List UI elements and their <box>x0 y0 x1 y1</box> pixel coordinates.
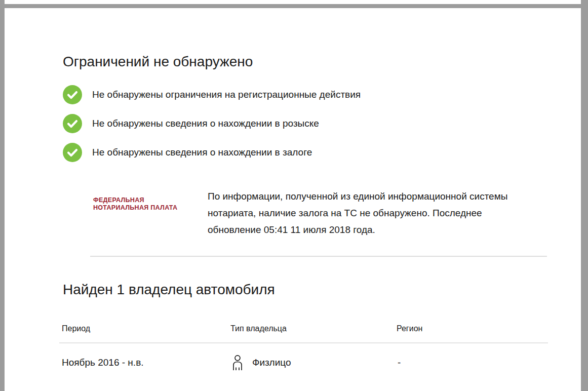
notary-info-text: По информации, полученной из единой инфо… <box>208 188 532 238</box>
window-frame-top <box>5 4 581 8</box>
column-header-period: Период <box>62 324 90 333</box>
logo-line-2: НОТАРИАЛЬНАЯ ПАЛАТА <box>93 204 177 212</box>
column-header-region: Регион <box>397 324 422 333</box>
restriction-item-label: Не обнаружены сведения о нахождении в за… <box>92 147 312 158</box>
check-circle-icon <box>63 85 82 104</box>
owner-row-period: Ноябрь 2016 - н.в. <box>62 357 144 368</box>
table-header-divider <box>59 342 548 343</box>
window-frame-left <box>0 0 5 391</box>
restriction-item: Не обнаружены сведения о нахождении в за… <box>63 143 312 162</box>
check-circle-icon <box>63 114 82 133</box>
federal-notary-chamber-logo: ФЕДЕРАЛЬНАЯ НОТАРИАЛЬНАЯ ПАЛАТА <box>93 197 177 212</box>
restriction-item: Не обнаружены сведения о нахождении в ро… <box>63 114 319 133</box>
owners-section-title: Найден 1 владелец автомобиля <box>63 282 275 298</box>
check-circle-icon <box>63 143 82 162</box>
owner-row-region: - <box>398 357 401 368</box>
logo-line-1: ФЕДЕРАЛЬНАЯ <box>93 197 177 204</box>
restriction-item-label: Не обнаружены ограничения на регистрацио… <box>92 89 361 100</box>
restriction-item-label: Не обнаружены сведения о нахождении в ро… <box>92 118 319 129</box>
window-frame-right <box>581 0 588 391</box>
restriction-item: Не обнаружены ограничения на регистрацио… <box>63 85 361 104</box>
vehicle-report-page: Ограничений не обнаружено Не обнаружены … <box>0 0 588 391</box>
column-header-owner-type: Тип владельца <box>230 324 287 333</box>
section-divider <box>90 256 547 257</box>
person-icon <box>232 355 243 371</box>
owner-row-type: Физлицо <box>252 357 291 368</box>
restrictions-section-title: Ограничений не обнаружено <box>63 54 253 70</box>
